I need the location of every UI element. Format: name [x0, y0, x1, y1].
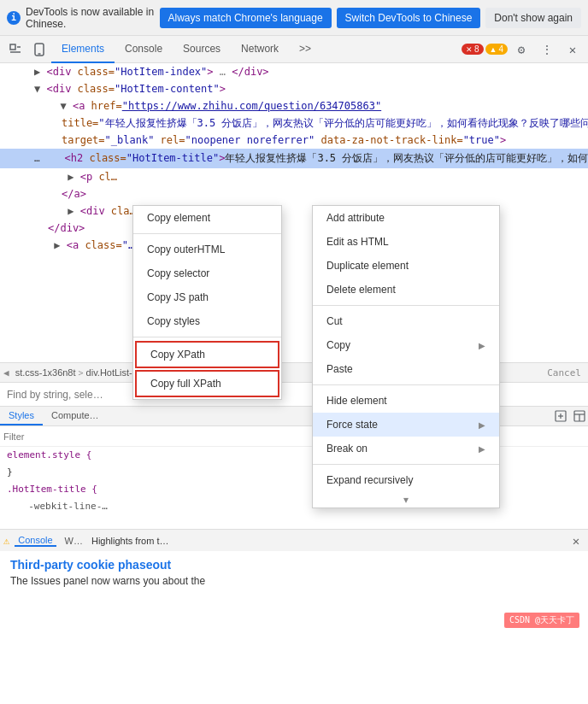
context-menu-left: Copy element Copy outerHTML Copy selecto…: [132, 205, 282, 400]
menu-item-expand[interactable]: Expand recursively: [313, 468, 499, 492]
notification-text: DevTools is now available in Chinese.: [26, 6, 155, 30]
panel-new-style-icon[interactable]: [552, 408, 569, 425]
menu-item-cut[interactable]: Cut: [313, 309, 499, 333]
panel-icons: [552, 407, 588, 425]
html-line[interactable]: title="年轻人报复性挤爆「3.5 分饭店」，网友热议「评分低的店可能更好吃…: [0, 114, 588, 132]
menu-item-copy-xpath[interactable]: Copy XPath: [135, 341, 279, 368]
menu-item-duplicate[interactable]: Duplicate element: [313, 254, 499, 278]
arrow-icon: ▶: [479, 341, 485, 350]
console-bar: ⚠ Console W… Highlights from t… ✕: [0, 529, 588, 551]
error-x-icon: ✕: [466, 45, 473, 54]
warn-triangle-icon: ▲: [490, 45, 497, 54]
breadcrumb-item[interactable]: st.css-1x36n8t: [13, 367, 79, 378]
console-text: Highlights from t…: [91, 536, 168, 546]
menu-item-force-state[interactable]: Force state ▶: [313, 413, 499, 437]
settings-icon[interactable]: ⚙: [509, 38, 533, 62]
match-language-button[interactable]: Always match Chrome's language: [160, 8, 332, 28]
error-badge[interactable]: ✕ 8: [462, 44, 484, 55]
device-icon[interactable]: [27, 38, 51, 62]
menu-divider: [313, 305, 499, 306]
menu-item-copy-outerhtml[interactable]: Copy outerHTML: [133, 238, 281, 261]
info-icon: i: [7, 11, 21, 25]
html-line[interactable]: ▼ <a href="https://www.zhihu.com/questio…: [0, 97, 588, 114]
svg-rect-0: [10, 44, 15, 50]
tab-computed[interactable]: Compute…: [43, 407, 108, 425]
article-title: Third-party cookie phaseout: [10, 558, 578, 572]
menu-item-copy-styles[interactable]: Copy styles: [133, 309, 281, 333]
html-line[interactable]: ▼ <div class="HotItem-content">: [0, 80, 588, 97]
tab-styles[interactable]: Styles: [0, 407, 43, 425]
menu-item-paste[interactable]: Paste: [313, 357, 499, 381]
html-line[interactable]: target="_blank" rel="noopener noreferrer…: [0, 132, 588, 149]
article-preview: Third-party cookie phaseout The Issues p…: [0, 551, 588, 637]
tab-w[interactable]: W…: [62, 536, 86, 546]
toolbar-right-icons: ✕ 8 ▲ 4 ⚙ ⋮ ✕: [462, 38, 585, 62]
menu-item-break-on[interactable]: Break on ▶: [313, 437, 499, 461]
csdn-watermark: CSDN @天天卡丁: [504, 613, 579, 628]
menu-item-copy-full-xpath[interactable]: Copy full XPath: [135, 370, 279, 397]
arrow-icon: ▶: [479, 444, 485, 454]
menu-item-copy-selector[interactable]: Copy selector: [133, 261, 281, 285]
close-devtools-icon[interactable]: ✕: [561, 38, 585, 62]
menu-item-edit-html[interactable]: Edit as HTML: [313, 230, 499, 254]
arrow-icon: ▶: [479, 420, 485, 430]
menu-item-hide[interactable]: Hide element: [313, 389, 499, 413]
tab-console[interactable]: Console: [115, 36, 173, 63]
tab-sources[interactable]: Sources: [173, 36, 231, 63]
notification-bar: i DevTools is now available in Chinese. …: [0, 0, 588, 36]
menu-item-copy-element[interactable]: Copy element: [133, 206, 281, 230]
panel-layout-icon[interactable]: [571, 408, 588, 425]
tab-console-bottom[interactable]: Console: [15, 535, 56, 547]
menu-divider: [133, 233, 281, 234]
tab-network[interactable]: Network: [231, 36, 289, 63]
devtools-toolbar: Elements Console Sources Network >> ✕ 8 …: [0, 36, 588, 63]
menu-item-delete[interactable]: Delete element: [313, 278, 499, 302]
html-line[interactable]: ▶ <p cl…: [0, 168, 588, 185]
article-text: The Issues panel now warns you about the: [10, 575, 578, 587]
close-console-icon[interactable]: ✕: [567, 532, 585, 549]
html-line-selected[interactable]: … <h2 class="HotItem-title">年轻人报复性挤爆「3.5…: [0, 149, 588, 168]
inspector-icon[interactable]: [3, 38, 27, 62]
breadcrumb-cancel[interactable]: Cancel: [544, 367, 585, 378]
menu-dots: ▾: [313, 492, 499, 507]
tab-elements[interactable]: Elements: [51, 36, 115, 63]
context-menu-right: Add attribute Edit as HTML Duplicate ele…: [312, 205, 500, 508]
menu-divider: [313, 464, 499, 465]
menu-item-add-attribute[interactable]: Add attribute: [313, 206, 499, 230]
menu-item-copy-js-path[interactable]: Copy JS path: [133, 285, 281, 309]
dont-show-again-button[interactable]: Don't show again: [485, 8, 581, 28]
menu-item-copy[interactable]: Copy ▶: [313, 333, 499, 357]
menu-divider: [133, 337, 281, 337]
more-options-icon[interactable]: ⋮: [535, 38, 559, 62]
html-line[interactable]: ▶ <div class="HotItem-index"> … </div>: [0, 63, 588, 80]
tab-more[interactable]: >>: [289, 36, 321, 63]
menu-divider: [313, 384, 499, 385]
switch-devtools-button[interactable]: Switch DevTools to Chinese: [337, 8, 481, 28]
warning-icon: ⚠: [3, 535, 9, 547]
warn-badge[interactable]: ▲ 4: [485, 44, 508, 55]
html-line[interactable]: </a>: [0, 185, 588, 202]
